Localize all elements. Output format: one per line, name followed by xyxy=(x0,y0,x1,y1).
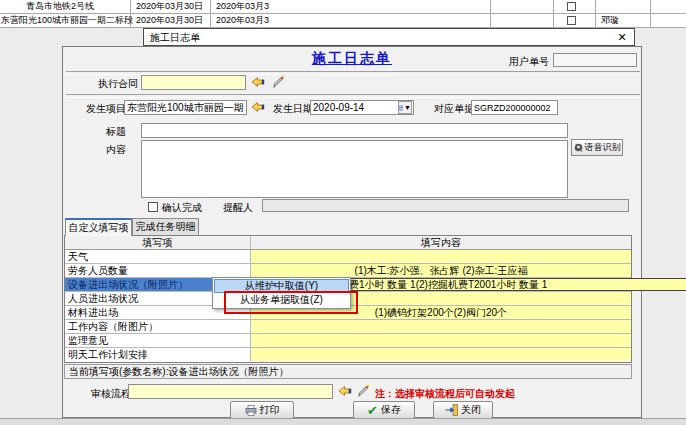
row-checkbox[interactable] xyxy=(567,16,576,25)
row-checkbox[interactable] xyxy=(567,2,576,11)
grid-line xyxy=(650,0,651,27)
review-flow-field[interactable] xyxy=(128,384,333,399)
construction-log-dialog: 施工日志单 用户单号 执行合同 发生项目 发生日期 ▼ 对应单据 标题 内容 xyxy=(62,46,642,418)
table-row[interactable]: 明天工作计划安排 xyxy=(65,348,631,362)
contract-field[interactable] xyxy=(141,75,246,90)
user-no-field[interactable] xyxy=(553,53,637,67)
grid-line xyxy=(553,0,554,27)
save-button[interactable]: ✔ 保存 xyxy=(353,401,415,419)
table-row[interactable]: 监理意见 xyxy=(65,334,631,348)
person-cell: 邓璇 xyxy=(601,14,619,27)
confirm-complete-label: 确认完成 xyxy=(162,201,202,214)
content-textarea[interactable] xyxy=(141,140,568,198)
project-field[interactable] xyxy=(124,100,247,115)
user-no-label: 用户单号 xyxy=(509,55,549,68)
select-hand-icon[interactable] xyxy=(338,385,353,398)
fill-item-cell[interactable]: 劳务人员数量 xyxy=(65,264,251,277)
date-label: 发生日期 xyxy=(273,102,313,115)
column-header-item: 填写项 xyxy=(65,236,251,249)
tab-label: 自定义填写项 xyxy=(69,222,129,233)
tab-label: 完成任务明细 xyxy=(136,221,196,232)
fill-item-cell[interactable]: 工作内容（附图片） xyxy=(65,320,251,333)
title-label: 标题 xyxy=(106,125,126,138)
grid-line xyxy=(210,0,211,27)
date-cell: 2020年03月3 xyxy=(216,14,269,27)
fill-content-cell[interactable] xyxy=(251,320,631,333)
chevron-down-icon: ▼ xyxy=(404,104,411,111)
table-row[interactable] xyxy=(0,0,686,14)
select-hand-icon[interactable] xyxy=(251,101,266,114)
review-flow-label: 审核流程 xyxy=(91,387,131,400)
dialog-title: 施工日志单 xyxy=(150,30,200,46)
project-name-cell: 青岛市地铁2号线 xyxy=(26,0,94,13)
content-label: 内容 xyxy=(106,143,126,156)
confirm-complete-checkbox[interactable] xyxy=(148,202,158,212)
red-annotation-box xyxy=(224,291,358,314)
grid-line xyxy=(595,0,596,27)
doc-field[interactable] xyxy=(471,100,558,115)
column-header-content: 填写内容 xyxy=(251,236,631,249)
date-cell: 2020年03月30日 xyxy=(136,0,203,13)
tab-custom-fill-items[interactable]: 自定义填写项 xyxy=(65,218,132,236)
check-icon: ✔ xyxy=(367,404,378,417)
contract-label: 执行合同 xyxy=(98,77,138,90)
table-row[interactable]: 劳务人员数量 (1)木工:苏小强、张占辉 (2)杂工:王应福 xyxy=(65,264,631,278)
print-button[interactable]: 打印 xyxy=(230,401,294,419)
calendar-dropdown-icon[interactable]: ▼ xyxy=(398,101,412,114)
fill-content-cell[interactable] xyxy=(251,250,631,263)
tab-completed-task-details[interactable]: 完成任务明细 xyxy=(132,218,199,235)
screen: 青岛市地铁2号线 2020年03月30日 2020年03月3 东营阳光100城市… xyxy=(0,0,686,425)
voice-recognition-label: 语音识别 xyxy=(585,141,621,154)
review-note: 注：选择审核流程后可自动发起 xyxy=(375,387,515,400)
dialog-titlebar[interactable]: 施工日志单 ✕ xyxy=(143,28,635,46)
title-field[interactable] xyxy=(141,123,568,138)
printer-icon xyxy=(245,405,257,416)
doc-label: 对应单据 xyxy=(434,102,474,115)
fill-content-cell[interactable] xyxy=(251,334,631,347)
fill-content-cell[interactable]: (1)木工:苏小强、张占辉 (2)杂工:王应福 xyxy=(251,264,631,277)
save-label: 保存 xyxy=(381,403,401,417)
fill-item-cell[interactable]: 天气 xyxy=(65,250,251,263)
current-item-statusbar: 当前填写项(参数名称):设备进出场状况（附照片） xyxy=(64,364,632,379)
reminder-label: 提醒人 xyxy=(223,201,253,214)
microphone-icon xyxy=(574,143,583,152)
divider xyxy=(66,94,640,98)
grid-line xyxy=(490,0,491,27)
select-hand-icon[interactable] xyxy=(251,76,266,89)
exit-door-icon xyxy=(445,404,458,416)
fill-content-cell[interactable] xyxy=(251,348,631,361)
print-label: 打印 xyxy=(260,403,280,417)
project-label: 发生项目 xyxy=(86,102,126,115)
edit-pencil-icon[interactable] xyxy=(271,75,286,88)
voice-recognition-button[interactable]: 语音识别 xyxy=(571,139,623,156)
table-header-row: 填写项 填写内容 xyxy=(65,236,631,250)
project-name-cell: 东营阳光100城市丽园一期二标段 xyxy=(1,14,133,27)
fill-item-cell[interactable]: 明天工作计划安排 xyxy=(65,348,251,361)
date-cell: 2020年03月3 xyxy=(216,0,269,13)
table-row[interactable]: 天气 xyxy=(65,250,631,264)
fill-item-cell[interactable]: 监理意见 xyxy=(65,334,251,347)
close-label: 关闭 xyxy=(461,403,481,417)
date-cell: 2020年03月30日 xyxy=(136,14,203,27)
edit-pencil-icon[interactable] xyxy=(356,384,371,397)
close-button[interactable]: 关闭 xyxy=(433,401,493,419)
background-bottom-strip xyxy=(0,418,686,425)
close-icon[interactable]: ✕ xyxy=(615,29,629,45)
reminder-field[interactable] xyxy=(262,199,629,212)
background-table: 青岛市地铁2号线 2020年03月30日 2020年03月3 东营阳光100城市… xyxy=(0,0,686,28)
table-row[interactable]: 工作内容（附图片） xyxy=(65,320,631,334)
